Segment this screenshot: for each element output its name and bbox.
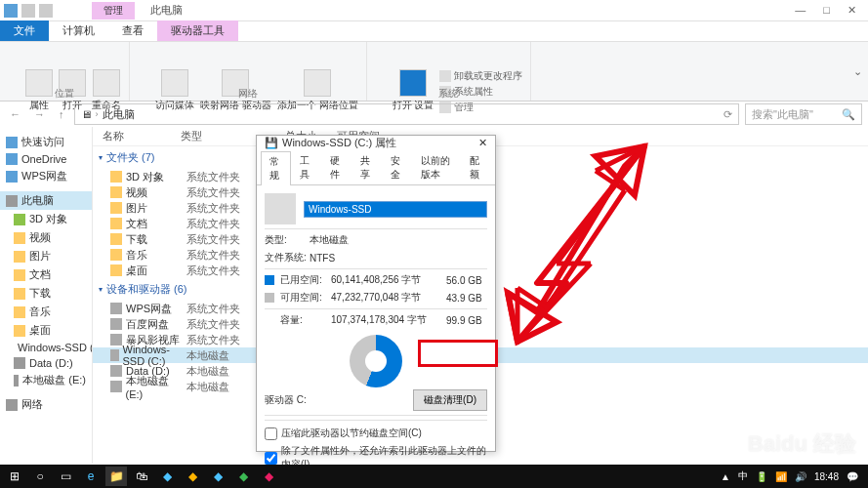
free-gb: 43.9 GB [446,293,487,304]
volume-icon[interactable]: 🔊 [795,471,806,482]
quick-access-toolbar [0,4,53,18]
ribbon-group-network: 访问媒体 映射网络 驱动器 添加一个 网络位置 网络 [130,42,367,101]
notifications-icon[interactable]: 💬 [847,471,858,482]
dialog-tab[interactable]: 安全 [382,150,412,184]
up-button[interactable]: ↑ [55,108,68,120]
app-icon[interactable]: ◆ [207,467,228,486]
nav-item-thispc[interactable]: 此电脑 [0,191,92,210]
clock[interactable]: 18:48 [814,471,839,482]
nav-item-locale[interactable]: 本地磁盘 (E:) [0,371,92,389]
search-input[interactable]: 搜索"此电脑" 🔍 [745,103,862,125]
breadcrumb[interactable]: 此电脑 [103,107,135,122]
drive-icon [265,193,296,224]
nav-item-videos[interactable]: 视频 [0,228,92,247]
nav-item-docs[interactable]: 文档 [0,265,92,284]
start-button[interactable]: ⊞ [4,467,25,486]
item-icon [110,202,122,214]
explorer-icon[interactable]: 📁 [105,467,127,486]
nav-item-network[interactable]: 网络 [0,395,92,414]
store-icon[interactable]: 🛍 [131,467,152,486]
dialog-tab[interactable]: 共享 [351,150,382,184]
folder-icon [6,195,18,207]
close-button[interactable]: ✕ [847,4,856,17]
refresh-icon[interactable]: ⟳ [723,108,732,121]
compress-checkbox[interactable]: 压缩此驱动器以节约磁盘空间(C) [265,427,487,440]
app-icon[interactable]: ◆ [258,467,279,486]
qat-icon[interactable] [4,4,18,18]
address-bar[interactable]: 🖥 › 此电脑 ⟳ [74,103,740,125]
nav-item-quick[interactable]: 快速访问 [0,133,92,151]
dialog-tab[interactable]: 硬件 [321,150,351,184]
item-icon [110,249,122,261]
item-icon [110,318,122,330]
dialog-tab[interactable]: 配额 [461,150,491,184]
nav-item-obj3d[interactable]: 3D 对象 [0,210,92,228]
item-icon [110,218,122,229]
ribbon-expand-icon[interactable]: ⌄ [847,65,868,78]
wifi-icon[interactable]: 📶 [775,471,787,482]
folder-icon [6,137,18,148]
dialog-title: Windows-SSD (C:) 属性 [282,136,396,150]
dialog-tab[interactable]: 以前的版本 [412,150,461,184]
properties-dialog: 💾 Windows-SSD (C:) 属性 ✕ 常规工具硬件共享安全以前的版本配… [256,135,496,452]
item-icon [110,186,122,198]
item-icon [110,381,122,392]
edge-icon[interactable]: e [80,467,102,486]
dialog-tab[interactable]: 工具 [291,150,321,184]
tab-view[interactable]: 查看 [108,20,157,41]
taskview-button[interactable]: ▭ [55,467,76,486]
taskbar: ⊞ ○ ▭ e 📁 🛍 ◆ ◆ ◆ ◆ ◆ ▲ 中 🔋 📶 🔊 18:48 💬 [0,465,868,488]
folder-icon [14,288,25,300]
cap-bytes: 107,374,178,304 字节 [331,313,442,327]
disk-cleanup-button[interactable]: 磁盘清理(D) [413,389,487,411]
folder-icon [14,306,25,318]
qat-icon[interactable] [21,4,35,18]
system-tray[interactable]: ▲ 中 🔋 📶 🔊 18:48 💬 [721,469,864,483]
properties-button[interactable]: 属性 [25,69,53,112]
nav-item-music[interactable]: 音乐 [0,303,92,321]
nav-item-pictures[interactable]: 图片 [0,247,92,265]
app-icon[interactable]: ◆ [232,467,254,486]
dialog-tab[interactable]: 常规 [261,151,291,185]
used-label: 已用空间: [280,273,327,287]
nav-item-datad[interactable]: Data (D:) [0,355,92,371]
tab-drive-tools[interactable]: 驱动器工具 [157,20,238,41]
folder-icon [14,251,25,263]
ribbon-group-location: 属性 打开 重命名 位置 [0,42,130,101]
folder-icon [14,357,25,369]
tray-icon[interactable]: ▲ [721,471,730,482]
search-icon: 🔍 [842,108,855,121]
group-label: 系统 [438,87,458,101]
drive-icon: 💾 [265,137,278,149]
nav-item-desktop[interactable]: 桌面 [0,321,92,340]
folder-icon [14,214,25,225]
dialog-tabs: 常规工具硬件共享安全以前的版本配额 [257,150,495,185]
free-bytes: 47,232,770,048 字节 [331,291,442,305]
uninstall-link[interactable]: 卸载或更改程序 [439,69,522,83]
forward-button[interactable]: → [30,108,49,120]
titlebar: 管理 此电脑 — □ ✕ [0,0,868,21]
folder-icon [6,399,18,411]
col-name: 名称 [93,129,181,143]
drive-name-input[interactable] [304,201,487,218]
app-icon[interactable]: ◆ [156,467,178,486]
qat-icon[interactable] [39,4,53,18]
item-icon [110,264,122,276]
folder-icon [14,269,25,281]
drive-label: 驱动器 C: [265,393,307,407]
back-button[interactable]: ← [6,108,24,120]
app-icon[interactable]: ◆ [182,467,203,486]
ime-icon[interactable]: 中 [738,469,748,483]
tab-computer[interactable]: 计算机 [49,20,108,41]
minimize-button[interactable]: — [795,4,806,17]
tab-file[interactable]: 文件 [0,20,49,41]
dialog-close-button[interactable]: ✕ [478,137,487,149]
folder-icon [6,153,18,165]
maximize-button[interactable]: □ [823,4,830,17]
battery-icon[interactable]: 🔋 [756,471,767,482]
nav-item-downloads[interactable]: 下载 [0,284,92,303]
cortana-button[interactable]: ○ [29,467,51,486]
nav-item-onedrive[interactable]: OneDrive [0,151,92,167]
nav-item-winssd[interactable]: Windows-SSD (C:) [0,340,92,355]
nav-item-wps[interactable]: WPS网盘 [0,167,92,185]
